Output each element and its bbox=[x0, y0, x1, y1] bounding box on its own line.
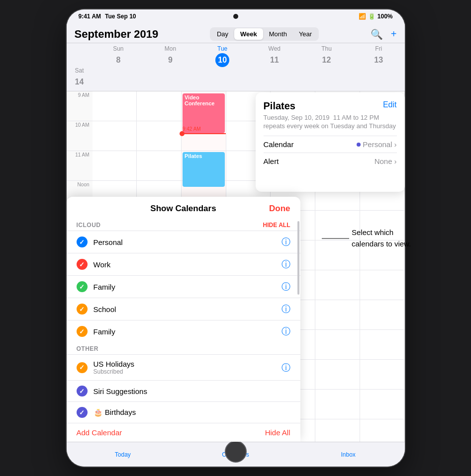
calendar-name-us-holidays: US Holidays bbox=[94, 360, 282, 368]
day-header-sun[interactable]: Sun 8 bbox=[93, 45, 145, 67]
calendar-item-birthdays[interactable]: ✓ 🎂 Birthdays bbox=[67, 401, 300, 423]
view-month[interactable]: Month bbox=[263, 28, 293, 40]
tab-today[interactable]: Today bbox=[67, 451, 180, 458]
calendar-name-birthdays: 🎂 Birthdays bbox=[94, 408, 290, 417]
event-detail-header: Pilates Edit bbox=[264, 100, 397, 112]
calendar-name-family: Family bbox=[94, 283, 282, 291]
day-header-fri[interactable]: Fri 13 bbox=[353, 45, 405, 67]
wifi-icon: 📶 bbox=[359, 13, 366, 20]
calendar-item-work[interactable]: ✓ Work ⓘ bbox=[67, 253, 300, 275]
day-header-mon[interactable]: Mon 9 bbox=[144, 45, 196, 67]
day-header-sat[interactable]: Sat 14 bbox=[67, 67, 93, 89]
checkmark-school: ✓ bbox=[79, 306, 85, 313]
info-family[interactable]: ⓘ bbox=[282, 281, 290, 293]
camera-notch bbox=[233, 14, 238, 19]
checkmark-siri: ✓ bbox=[79, 388, 85, 395]
info-family2[interactable]: ⓘ bbox=[282, 325, 290, 337]
view-switcher: Day Week Month Year bbox=[210, 27, 319, 41]
view-day[interactable]: Day bbox=[211, 28, 234, 40]
calendar-name-personal: Personal bbox=[94, 238, 282, 246]
calendar-name-siri: Siri Suggestions bbox=[94, 387, 290, 396]
battery-icon: 🔋 bbox=[368, 13, 376, 20]
panel-title: Show Calendars bbox=[148, 204, 219, 214]
callout-line bbox=[322, 238, 349, 238]
header-actions: 🔍 + bbox=[371, 28, 397, 40]
search-icon[interactable]: 🔍 bbox=[371, 28, 383, 40]
calendar-color-dot bbox=[357, 143, 361, 147]
checkmark-family: ✓ bbox=[79, 283, 85, 291]
checkmark-personal: ✓ bbox=[79, 238, 85, 246]
day-header-thu[interactable]: Thu 12 bbox=[300, 45, 353, 67]
hide-all-icloud-button[interactable]: HIDE ALL bbox=[263, 222, 290, 229]
calendar-item-family[interactable]: ✓ Family ⓘ bbox=[67, 275, 300, 298]
current-time-dot bbox=[180, 131, 185, 136]
checkmark-us-holidays: ✓ bbox=[79, 364, 85, 371]
scrollbar bbox=[297, 221, 299, 295]
view-year[interactable]: Year bbox=[293, 28, 318, 40]
event-detail-popup: Pilates Edit Tuesday, Sep 10, 2019 11 AM… bbox=[256, 92, 405, 192]
event-detail-alert-row: Alert None › bbox=[264, 153, 397, 169]
other-section-header: OTHER bbox=[67, 342, 300, 354]
calendars-panel: Show Calendars Done ICLOUD HIDE ALL ✓ Pe… bbox=[67, 197, 300, 442]
calendar-name-work: Work bbox=[94, 260, 282, 269]
calendar-sub-us-holidays: Subscribed bbox=[94, 368, 282, 375]
chevron-right-icon-alert: › bbox=[394, 157, 397, 165]
event-detail-datetime: Tuesday, Sep 10, 2019 11 AM to 12 PM bbox=[264, 114, 397, 121]
checkmark-work: ✓ bbox=[79, 261, 85, 268]
calendar-item-school[interactable]: ✓ School ⓘ bbox=[67, 298, 300, 320]
calendar-item-personal[interactable]: ✓ Personal ⓘ bbox=[67, 231, 300, 253]
calendar-name-school: School bbox=[94, 305, 282, 314]
event-pilates[interactable]: Pilates bbox=[183, 152, 225, 187]
add-calendar-bar: Add Calendar Hide All bbox=[67, 423, 300, 442]
current-time-label: 9:42 AM bbox=[182, 126, 201, 132]
callout-text: Select whichcalendars to view. bbox=[352, 227, 441, 249]
home-button[interactable] bbox=[225, 441, 247, 463]
status-date: Tue Sep 10 bbox=[105, 13, 136, 20]
info-work[interactable]: ⓘ bbox=[282, 258, 290, 270]
done-button[interactable]: Done bbox=[269, 204, 290, 213]
check-school: ✓ bbox=[77, 304, 88, 315]
calendar-name-family2: Family bbox=[94, 327, 282, 336]
current-time-line bbox=[182, 133, 226, 134]
tab-inbox[interactable]: Inbox bbox=[292, 451, 405, 458]
add-event-icon[interactable]: + bbox=[391, 28, 397, 40]
calendar-item-us-holidays[interactable]: ✓ US Holidays Subscribed ⓘ bbox=[67, 354, 300, 380]
day-headers: Sun 8 Mon 9 Tue 10 Wed 11 Thu 12 Fri 13 bbox=[67, 43, 405, 91]
calendar-item-family2[interactable]: ✓ Family ⓘ bbox=[67, 320, 300, 342]
alert-value[interactable]: None › bbox=[375, 157, 397, 165]
calendar-name-us-holidays-container: US Holidays Subscribed bbox=[94, 360, 282, 375]
check-siri: ✓ bbox=[77, 386, 88, 397]
battery-percent: 100% bbox=[377, 13, 393, 20]
check-family2: ✓ bbox=[77, 326, 88, 337]
event-detail-title: Pilates bbox=[264, 100, 295, 112]
calendar-label: Calendar bbox=[264, 140, 294, 149]
add-calendar-button[interactable]: Add Calendar bbox=[77, 428, 122, 437]
month-title: September 2019 bbox=[75, 28, 159, 41]
day-header-tue[interactable]: Tue 10 bbox=[196, 45, 249, 67]
other-label: OTHER bbox=[77, 345, 99, 352]
status-time: 9:41 AM bbox=[79, 13, 101, 20]
alert-label: Alert bbox=[264, 157, 279, 165]
calendar-item-siri[interactable]: ✓ Siri Suggestions bbox=[67, 380, 300, 401]
check-family: ✓ bbox=[77, 281, 88, 292]
calendar-value[interactable]: Personal › bbox=[357, 140, 396, 149]
chevron-right-icon: › bbox=[394, 140, 397, 149]
info-us-holidays[interactable]: ⓘ bbox=[282, 362, 290, 374]
check-us-holidays: ✓ bbox=[77, 362, 88, 373]
checkmark-birthdays: ✓ bbox=[79, 409, 85, 416]
icloud-section-header: ICLOUD HIDE ALL bbox=[67, 219, 300, 231]
edit-button[interactable]: Edit bbox=[383, 100, 397, 109]
panel-header: Show Calendars Done bbox=[67, 197, 300, 219]
check-work: ✓ bbox=[77, 259, 88, 270]
info-school[interactable]: ⓘ bbox=[282, 303, 290, 315]
view-week[interactable]: Week bbox=[234, 28, 263, 40]
event-detail-calendar-row: Calendar Personal › bbox=[264, 136, 397, 153]
event-detail-recurrence: repeats every week on Tuesday and Thursd… bbox=[264, 122, 397, 130]
checkmark-family2: ✓ bbox=[79, 328, 85, 335]
calendar-header: September 2019 Day Week Month Year 🔍 + bbox=[67, 23, 405, 43]
day-header-wed[interactable]: Wed 11 bbox=[248, 45, 300, 67]
icloud-label: ICLOUD bbox=[77, 222, 101, 229]
check-personal: ✓ bbox=[77, 237, 88, 247]
hide-all-bottom-button[interactable]: Hide All bbox=[265, 428, 290, 437]
info-personal[interactable]: ⓘ bbox=[282, 236, 290, 248]
